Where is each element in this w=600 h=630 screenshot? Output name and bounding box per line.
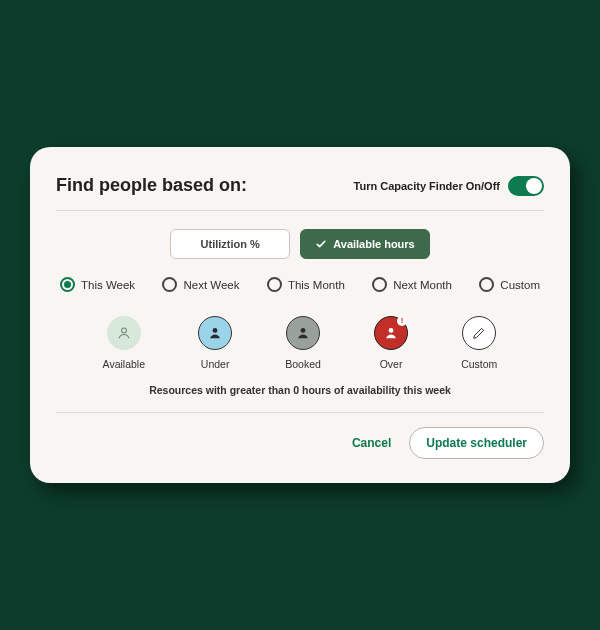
capacity-toggle-label: Turn Capacity Finder On/Off	[354, 180, 500, 192]
range-this-month[interactable]: This Month	[267, 277, 345, 292]
status-custom[interactable]: Custom	[461, 316, 497, 370]
radio-label: Custom	[500, 279, 540, 291]
range-next-month[interactable]: Next Month	[372, 277, 452, 292]
person-alert-icon: !	[374, 316, 408, 350]
status-available[interactable]: Available	[103, 316, 145, 370]
radio-label: Next Week	[183, 279, 239, 291]
person-icon	[286, 316, 320, 350]
status-label: Over	[380, 358, 403, 370]
radio-icon	[267, 277, 282, 292]
mode-utilization-button[interactable]: Utiliztion %	[170, 229, 290, 259]
mode-available-hours-button[interactable]: Available hours	[300, 229, 430, 259]
status-over[interactable]: ! Over	[374, 316, 408, 370]
status-filter-row: Available Under Booked ! Over Custom	[56, 316, 544, 370]
panel-title: Find people based on:	[56, 175, 247, 196]
status-label: Booked	[285, 358, 321, 370]
exclamation-icon: !	[397, 316, 407, 326]
status-label: Available	[103, 358, 145, 370]
range-custom[interactable]: Custom	[479, 277, 540, 292]
dialog-actions: Cancel Update scheduler	[56, 427, 544, 459]
cancel-button[interactable]: Cancel	[352, 436, 391, 450]
status-under[interactable]: Under	[198, 316, 232, 370]
radio-icon	[162, 277, 177, 292]
mode-segmented-control: Utiliztion % Available hours	[56, 229, 544, 259]
radio-label: This Month	[288, 279, 345, 291]
svg-point-3	[389, 328, 394, 333]
radio-label: Next Month	[393, 279, 452, 291]
person-icon	[107, 316, 141, 350]
pencil-icon	[462, 316, 496, 350]
status-label: Custom	[461, 358, 497, 370]
capacity-toggle-wrap: Turn Capacity Finder On/Off	[354, 176, 544, 196]
mode-utilization-label: Utiliztion %	[201, 238, 260, 250]
check-icon	[315, 238, 327, 250]
radio-icon	[60, 277, 75, 292]
capacity-toggle[interactable]	[508, 176, 544, 196]
range-next-week[interactable]: Next Week	[162, 277, 239, 292]
status-booked[interactable]: Booked	[285, 316, 321, 370]
svg-point-0	[121, 328, 126, 333]
mode-available-hours-label: Available hours	[333, 238, 415, 250]
radio-icon	[372, 277, 387, 292]
time-range-radios: This Week Next Week This Month Next Mont…	[56, 277, 544, 292]
svg-point-1	[213, 328, 218, 333]
update-scheduler-button[interactable]: Update scheduler	[409, 427, 544, 459]
panel-header: Find people based on: Turn Capacity Find…	[56, 175, 544, 211]
svg-point-2	[301, 328, 306, 333]
radio-icon	[479, 277, 494, 292]
status-label: Under	[201, 358, 230, 370]
radio-label: This Week	[81, 279, 135, 291]
person-icon	[198, 316, 232, 350]
filter-hint: Resources with greater than 0 hours of a…	[56, 384, 544, 413]
toggle-knob	[526, 178, 542, 194]
range-this-week[interactable]: This Week	[60, 277, 135, 292]
capacity-finder-panel: Find people based on: Turn Capacity Find…	[30, 147, 570, 483]
